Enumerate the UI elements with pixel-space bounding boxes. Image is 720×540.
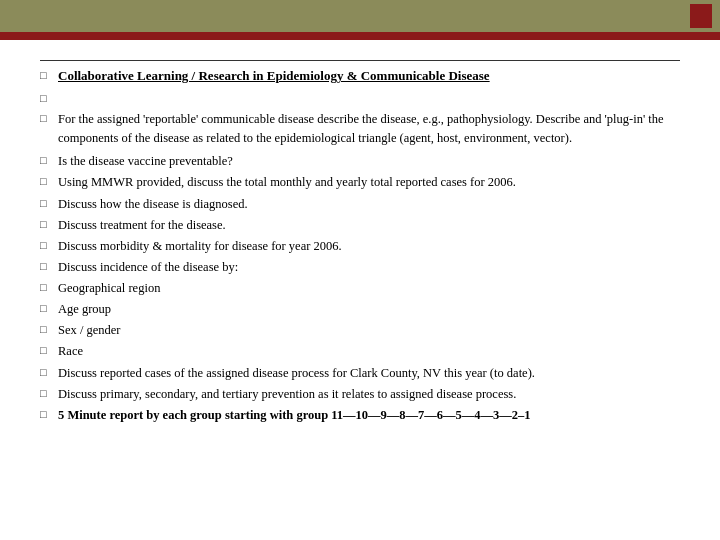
list-item-3: □ Discuss treatment for the disease. xyxy=(40,216,680,234)
list-item-10: □ Discuss reported cases of the assigned… xyxy=(40,364,680,382)
list-item-1: □ Using MMWR provided, discuss the total… xyxy=(40,173,680,191)
item-text-0: Is the disease vaccine preventable? xyxy=(58,152,680,170)
bullet-10: □ xyxy=(40,365,58,381)
list-item-8: □ Sex / gender xyxy=(40,321,680,339)
list-item-4: □ Discuss morbidity & mortality for dise… xyxy=(40,237,680,255)
title-text: Collaborative Learning / Research in Epi… xyxy=(58,67,680,86)
bullet-3: □ xyxy=(40,217,58,233)
bullet-title: □ xyxy=(40,68,58,84)
bullet-12: □ xyxy=(40,407,58,423)
list-item-11: □ Discuss primary, secondary, and tertia… xyxy=(40,385,680,403)
item-text-4: Discuss morbidity & mortality for diseas… xyxy=(58,237,680,255)
list-item-empty: □ xyxy=(40,90,680,107)
list-item-title: □ Collaborative Learning / Research in E… xyxy=(40,67,680,86)
item-text-3: Discuss treatment for the disease. xyxy=(58,216,680,234)
list-item-description: □ For the assigned 'reportable' communic… xyxy=(40,110,680,148)
item-text-10: Discuss reported cases of the assigned d… xyxy=(58,364,680,382)
bullet-desc: □ xyxy=(40,111,58,127)
bullet-1: □ xyxy=(40,174,58,190)
content-area: □ Collaborative Learning / Research in E… xyxy=(0,40,720,437)
item-text-5: Discuss incidence of the disease by: xyxy=(58,258,680,276)
header-accent xyxy=(690,4,712,28)
list-item-6: □ Geographical region xyxy=(40,279,680,297)
item-text-11: Discuss primary, secondary, and tertiary… xyxy=(58,385,680,403)
item-text-2: Discuss how the disease is diagnosed. xyxy=(58,195,680,213)
divider xyxy=(40,60,680,61)
bullet-11: □ xyxy=(40,386,58,402)
bullet-2: □ xyxy=(40,196,58,212)
header-bar xyxy=(0,0,720,32)
list-item-0: □ Is the disease vaccine preventable? xyxy=(40,152,680,170)
item-text-9: Race xyxy=(58,342,680,360)
bullet-0: □ xyxy=(40,153,58,169)
bullet-6: □ xyxy=(40,280,58,296)
item-text-12: 5 Minute report by each group starting w… xyxy=(58,406,680,424)
bullet-8: □ xyxy=(40,322,58,338)
item-text-6: Geographical region xyxy=(58,279,680,297)
list-item-5: □ Discuss incidence of the disease by: xyxy=(40,258,680,276)
list-item-7: □ Age group xyxy=(40,300,680,318)
bullet-empty: □ xyxy=(40,91,58,107)
bullet-7: □ xyxy=(40,301,58,317)
main-list: □ Collaborative Learning / Research in E… xyxy=(40,67,680,424)
list-item-9: □ Race xyxy=(40,342,680,360)
description-text: For the assigned 'reportable' communicab… xyxy=(58,110,680,148)
list-item-12: □ 5 Minute report by each group starting… xyxy=(40,406,680,424)
bullet-9: □ xyxy=(40,343,58,359)
red-stripe xyxy=(0,32,720,40)
item-text-7: Age group xyxy=(58,300,680,318)
list-item-2: □ Discuss how the disease is diagnosed. xyxy=(40,195,680,213)
item-text-8: Sex / gender xyxy=(58,321,680,339)
item-text-1: Using MMWR provided, discuss the total m… xyxy=(58,173,680,191)
bullet-4: □ xyxy=(40,238,58,254)
bullet-5: □ xyxy=(40,259,58,275)
